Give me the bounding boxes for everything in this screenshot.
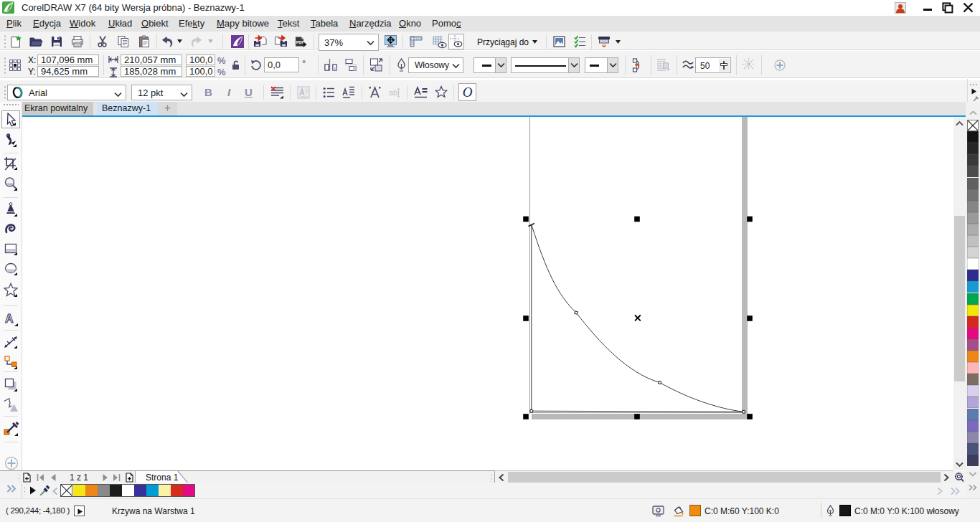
svg-text:PDF: PDF xyxy=(296,40,305,44)
svg-text:A: A xyxy=(5,313,14,325)
svg-text:ab: ab xyxy=(389,88,397,97)
